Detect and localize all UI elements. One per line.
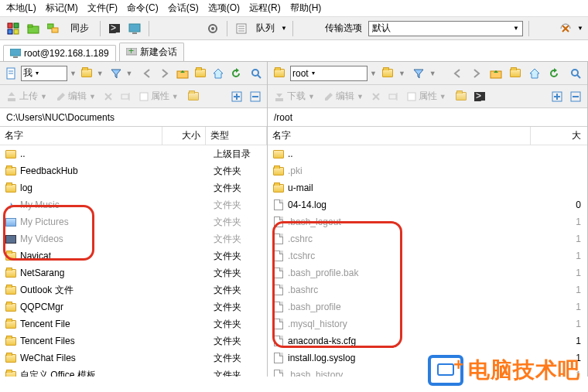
forward-icon[interactable] <box>157 65 173 82</box>
list-item[interactable]: Navicat文件夹 <box>0 247 267 264</box>
remote-action-row: 下载▼ 编辑▼ 属性▼ >_ <box>268 85 587 108</box>
transfer-combo[interactable]: 默认▼ <box>368 21 523 36</box>
back-icon[interactable] <box>449 65 466 82</box>
doc-icon[interactable] <box>3 65 19 82</box>
menu-command[interactable]: 命令(C) <box>127 2 159 15</box>
col-type[interactable]: 类型 <box>206 127 267 145</box>
list-item[interactable]: .cshrc1 <box>268 230 587 247</box>
refresh-icon[interactable] <box>228 65 244 82</box>
props-button[interactable]: 属性▼ <box>404 89 450 104</box>
queue-dropdown[interactable]: ▼ <box>281 25 287 32</box>
list-item[interactable]: .bash_logout1 <box>268 213 587 230</box>
file-icon <box>272 301 285 313</box>
remote-path-combo[interactable]: root▾ <box>290 66 368 81</box>
list-item[interactable]: ..上级目录 <box>0 145 267 162</box>
props-button[interactable]: 属性▼ <box>136 89 182 104</box>
home-icon[interactable] <box>526 65 543 82</box>
menu-mark[interactable]: 标记(M) <box>46 2 78 15</box>
list-item[interactable]: log文件夹 <box>0 179 267 196</box>
screen-icon[interactable] <box>126 20 143 37</box>
list-item[interactable]: u-mail <box>268 179 587 196</box>
list-item[interactable]: 自定义 Office 模板文件夹 <box>0 366 267 377</box>
menu-file[interactable]: 文件(F) <box>87 2 118 15</box>
menu-remote[interactable]: 远程(R) <box>249 2 281 15</box>
file-size: 1 <box>534 336 587 346</box>
file-name: u-mail <box>288 182 534 193</box>
rename-icon[interactable] <box>385 91 402 102</box>
plus-icon[interactable] <box>228 88 245 105</box>
remote-file-list[interactable]: ...pkiu-mail04-14.log0.bash_logout1.cshr… <box>268 145 587 377</box>
list-item[interactable]: Outlook 文件文件夹 <box>0 281 267 298</box>
list-item[interactable]: NetSarang文件夹 <box>0 264 267 281</box>
new-folder-icon[interactable] <box>185 91 202 101</box>
list-item[interactable]: FeedbackHub文件夹 <box>0 162 267 179</box>
sync-button[interactable]: 同步 <box>65 20 94 36</box>
menu-local[interactable]: 本地(L) <box>6 2 36 15</box>
download-button[interactable]: 下载▼ <box>271 89 318 104</box>
open-folder-icon[interactable] <box>379 65 396 82</box>
list-item[interactable]: QQPCMgr文件夹 <box>0 298 267 315</box>
list-item[interactable]: .pki <box>268 162 587 179</box>
open-folder-icon[interactable] <box>79 65 94 82</box>
remote-path-value: root <box>292 68 309 79</box>
local-path-combo[interactable]: 我▾ <box>21 66 67 81</box>
list-item[interactable]: .. <box>268 145 587 162</box>
list-item[interactable]: .mysql_history1 <box>268 315 587 332</box>
upload-button[interactable]: 上传▼ <box>3 89 50 104</box>
minus-icon[interactable] <box>247 88 264 105</box>
col-size[interactable]: 大 <box>531 127 587 145</box>
list-item[interactable]: My Videos文件夹 <box>0 230 267 247</box>
back-icon[interactable] <box>140 65 156 82</box>
list-item[interactable]: .bashrc1 <box>268 281 587 298</box>
delete-icon[interactable] <box>101 91 116 102</box>
forward-icon[interactable] <box>468 65 485 82</box>
local-file-list[interactable]: ..上级目录FeedbackHub文件夹log文件夹♪My Music文件夹My… <box>0 145 267 377</box>
refresh-link-icon[interactable] <box>557 20 574 37</box>
col-name[interactable]: 名字 <box>0 127 162 145</box>
menu-options[interactable]: 选项(O) <box>208 2 240 15</box>
delete-icon[interactable] <box>368 91 384 102</box>
up-folder-icon[interactable] <box>175 65 190 82</box>
refresh-icon[interactable] <box>545 65 562 82</box>
session-tab-active[interactable]: root@192.168.1.189 <box>3 45 116 61</box>
list-item[interactable]: ♪My Music文件夹 <box>0 196 267 213</box>
col-size[interactable]: 大小 <box>162 127 206 145</box>
new-session-tab[interactable]: + 新建会话 <box>119 43 184 61</box>
find-icon[interactable] <box>567 65 584 82</box>
list-item[interactable]: anaconda-ks.cfg1 <box>268 332 587 349</box>
menu-help[interactable]: 帮助(H) <box>290 2 322 15</box>
minus-icon[interactable] <box>567 88 584 105</box>
filter-icon[interactable] <box>108 65 124 82</box>
col-name[interactable]: 名字 <box>268 127 531 145</box>
refresh-dropdown[interactable]: ▼ <box>577 25 583 32</box>
list-item[interactable]: .tcshrc1 <box>268 247 587 264</box>
rename-icon[interactable] <box>118 91 135 102</box>
folder-pair-icon[interactable] <box>45 20 62 37</box>
plus-icon[interactable] <box>549 88 566 105</box>
find-icon[interactable] <box>248 65 264 82</box>
home-icon[interactable] <box>210 65 226 82</box>
folder-home-icon[interactable] <box>507 65 524 82</box>
list-item[interactable]: .bash_profile1 <box>268 298 587 315</box>
gear-icon[interactable] <box>204 20 221 37</box>
list-item[interactable]: .bash_profile.bak1 <box>268 264 587 281</box>
folder-icon[interactable] <box>271 65 288 82</box>
edit-button[interactable]: 编辑▼ <box>321 89 367 104</box>
list-item[interactable]: Tencent File文件夹 <box>0 315 267 332</box>
list-item[interactable]: My Pictures文件夹 <box>0 213 267 230</box>
list-item[interactable]: WeChat Files文件夹 <box>0 349 267 366</box>
terminal-small-icon[interactable]: >_ <box>471 91 488 102</box>
folder-green-icon[interactable] <box>25 20 42 37</box>
file-name: .bash_profile <box>288 302 534 312</box>
list-item[interactable]: 04-14.log0 <box>268 196 587 213</box>
filter-icon[interactable] <box>410 65 427 82</box>
up-folder-icon[interactable] <box>487 65 504 82</box>
list-icon[interactable] <box>233 20 250 37</box>
tile-compare-icon[interactable] <box>5 20 22 37</box>
menu-session[interactable]: 会话(S) <box>168 2 199 15</box>
edit-button[interactable]: 编辑▼ <box>53 89 99 104</box>
terminal-icon[interactable]: >_ <box>106 20 123 37</box>
list-item[interactable]: Tencent Files文件夹 <box>0 332 267 349</box>
folder-home-icon[interactable] <box>193 65 208 82</box>
new-folder-icon[interactable] <box>453 91 470 101</box>
